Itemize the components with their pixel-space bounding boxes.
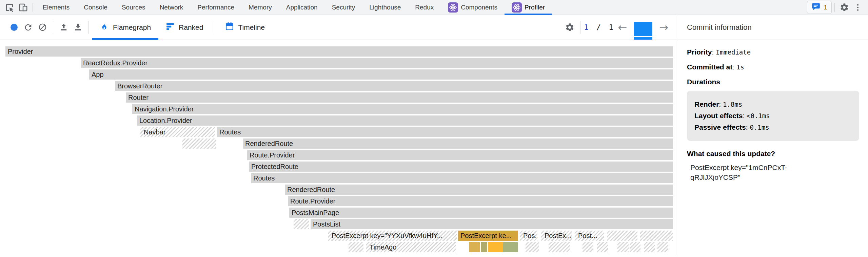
flame-bar-routes[interactable]: Routes [251, 173, 673, 183]
divider [214, 21, 214, 34]
flame-bar[interactable] [481, 242, 487, 252]
flame-bar[interactable] [349, 242, 363, 252]
tab-profiler[interactable]: Profiler [505, 0, 552, 15]
tab-timeline[interactable]: Timeline [218, 15, 272, 40]
flame-bar[interactable] [617, 242, 629, 252]
flame-bar[interactable] [469, 242, 480, 252]
clear-profile-button[interactable] [35, 20, 50, 35]
tab-ranked[interactable]: Ranked [158, 15, 211, 40]
tab-label: Profiler [525, 4, 545, 11]
issues-counter[interactable]: 1 [807, 1, 832, 14]
commit-info-title: Commit information [678, 15, 868, 40]
flame-bar-pos[interactable]: Pos... [520, 231, 537, 241]
tab-elements[interactable]: Elements [36, 0, 77, 15]
flame-bar-renderedroute[interactable]: RenderedRoute [243, 138, 673, 149]
divider [33, 3, 33, 12]
flame-bar-route-provider[interactable]: Route.Provider [288, 196, 673, 206]
flame-bar[interactable] [597, 242, 608, 252]
flame-bar-postexcerpt-ke[interactable]: PostExcerpt ke... [458, 231, 518, 241]
kebab-menu-icon[interactable] [851, 1, 865, 14]
tab-lighthouse[interactable]: Lighthouse [362, 0, 408, 15]
flame-bar[interactable] [503, 242, 518, 252]
tab-label: Lighthouse [369, 4, 401, 11]
flame-bar-label: Routes [217, 128, 241, 136]
update-cause-component[interactable]: PostExcerpt key="1mCnPCxT-qRJlJXjoYCSP" [690, 163, 797, 183]
flame-bar-label: PostsMainPage [289, 209, 339, 216]
flame-bar-router[interactable]: Router [126, 92, 673, 103]
previous-commit-arrow-icon[interactable]: ← [613, 22, 632, 33]
export-profile-button[interactable] [71, 20, 85, 35]
tab-components[interactable]: Components [441, 0, 505, 15]
commit-info-pane: Commit information PriorityImmediate Com… [678, 15, 868, 257]
flame-bar-postsmainpage[interactable]: PostsMainPage [289, 208, 673, 218]
inspect-element-icon[interactable] [3, 1, 16, 14]
flame-bar-postexcerpt-key-yyxuvfkw4uhfy[interactable]: PostExcerpt key="YYXuVfkw4uHfY... [328, 231, 457, 241]
settings-gear-icon[interactable] [837, 1, 851, 14]
pagination-separator: / [596, 23, 601, 31]
tab-memory[interactable]: Memory [241, 0, 279, 15]
priority-value: Immediate [716, 48, 751, 56]
flamegraph-chart: ProviderReactRedux.ProviderAppBrowserRou… [0, 40, 678, 257]
flame-bar-reactredux-provider[interactable]: ReactRedux.Provider [81, 58, 673, 68]
flame-bar-label: Navbar [140, 128, 165, 136]
tab-console[interactable]: Console [77, 0, 115, 15]
flame-bar-renderedroute[interactable]: RenderedRoute [285, 185, 673, 195]
flame-bar-postslist[interactable]: PostsList [311, 219, 673, 229]
flame-bar-label: PostExcerpt ke... [458, 232, 512, 239]
tabbar-right-controls: 1 [807, 1, 865, 14]
flame-bar-location-provider[interactable]: Location.Provider [137, 115, 673, 126]
committed-at-value: 1s [736, 63, 744, 71]
next-commit-arrow-icon[interactable]: → [654, 22, 673, 33]
flame-bar-navbar[interactable]: Navbar [140, 127, 215, 137]
flame-bar-label: RenderedRoute [243, 140, 293, 147]
device-toolbar-icon[interactable] [16, 1, 30, 14]
tab-sources[interactable]: Sources [115, 0, 153, 15]
divider [580, 21, 580, 34]
flame-bar-provider[interactable]: Provider [5, 46, 673, 57]
flame-bar-post[interactable]: Post... [575, 231, 604, 241]
commit-pagination: 1 / 1 [584, 23, 613, 31]
tab-application[interactable]: Application [279, 0, 325, 15]
tab-redux[interactable]: Redux [408, 0, 441, 15]
flame-bar-protectedroute[interactable]: ProtectedRoute [249, 162, 673, 172]
flame-bar-label: Route.Provider [288, 197, 335, 205]
passive-effects-label: Passive effects [694, 123, 750, 131]
flame-bar-label: Location.Provider [137, 117, 192, 124]
tab-security[interactable]: Security [325, 0, 362, 15]
flame-bar[interactable] [644, 242, 655, 252]
flame-bar[interactable] [182, 138, 216, 149]
committed-at-row: Committed at1s [687, 63, 859, 71]
total-commits-number: 1 [609, 23, 613, 31]
flame-bar-label: ProtectedRoute [249, 163, 298, 170]
durations-heading: Durations [687, 78, 859, 86]
flame-bar[interactable] [657, 242, 668, 252]
passive-effects-duration-row: Passive effects0.1ms [694, 123, 852, 131]
flame-bar-label: App [89, 71, 104, 78]
flame-bar-navigation-provider[interactable]: Navigation.Provider [132, 104, 673, 114]
flame-bar[interactable] [630, 242, 640, 252]
profiler-settings-gear-icon[interactable] [563, 20, 577, 35]
commit-selector[interactable] [634, 22, 652, 40]
flame-bar[interactable] [549, 242, 570, 252]
flame-bar-label: Router [126, 94, 149, 101]
tab-flamegraph[interactable]: Flamegraph [92, 15, 158, 40]
flame-bar[interactable] [526, 242, 539, 252]
import-profile-button[interactable] [57, 20, 71, 35]
profiler-panel: Flamegraph Ranked Timeline 1 [0, 15, 868, 257]
reload-and-profile-button[interactable] [21, 20, 35, 35]
flame-bar[interactable] [583, 242, 593, 252]
flame-bar-browserrouter[interactable]: BrowserRouter [115, 81, 673, 91]
flame-bar[interactable] [488, 242, 503, 252]
flame-bar-routes[interactable]: Routes [217, 127, 673, 137]
flame-bar-route-provider[interactable]: Route.Provider [247, 150, 673, 160]
record-button[interactable] [7, 20, 21, 35]
flame-bar[interactable] [607, 231, 637, 241]
flame-bar-postex[interactable]: PostEx... [541, 231, 572, 241]
flame-bar-app[interactable]: App [89, 69, 673, 80]
flame-bar[interactable] [640, 231, 673, 241]
flame-bar-timeago[interactable]: TimeAgo [366, 242, 456, 252]
tab-network[interactable]: Network [153, 0, 191, 15]
render-label: Render [694, 100, 723, 108]
tab-performance[interactable]: Performance [190, 0, 241, 15]
flame-bar[interactable] [294, 219, 309, 229]
